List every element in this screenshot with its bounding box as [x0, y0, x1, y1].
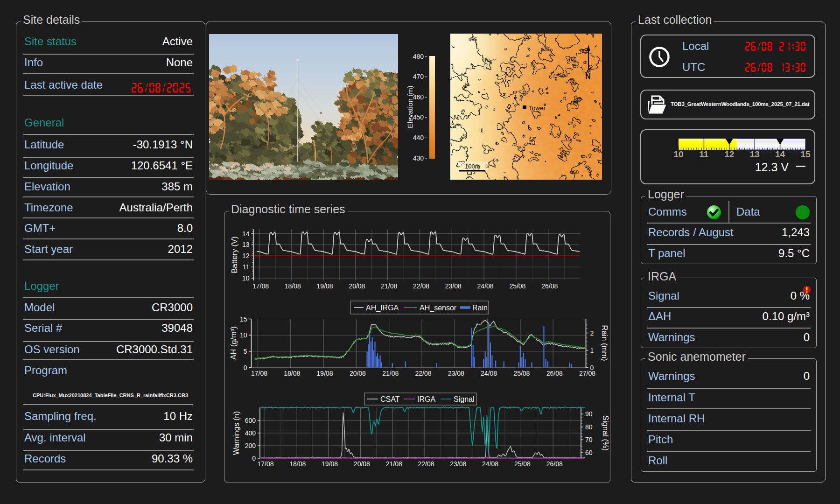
svg-text:24/08: 24/08 [482, 460, 498, 468]
svg-text:Signal: Signal [454, 395, 474, 403]
svg-text:Rain: Rain [472, 304, 488, 312]
svg-text:0: 0 [590, 364, 594, 371]
svg-text:15: 15 [800, 149, 811, 159]
svg-text:N: N [585, 72, 591, 80]
svg-text:21/08: 21/08 [382, 370, 399, 377]
svg-text:450: 450 [413, 113, 424, 121]
svg-text:24/08: 24/08 [481, 370, 497, 377]
svg-text:100m: 100m [465, 163, 480, 170]
svg-text:10: 10 [242, 274, 250, 282]
svg-text:AH_IRGA: AH_IRGA [366, 304, 399, 312]
svg-text:90: 90 [585, 410, 593, 418]
svg-text:600: 600 [245, 417, 256, 424]
svg-text:430: 430 [413, 154, 424, 162]
svg-text:22/08: 22/08 [418, 460, 434, 468]
svg-text:23/08: 23/08 [448, 370, 464, 377]
svg-text:23/08: 23/08 [450, 460, 466, 468]
svg-text:Tower: Tower [529, 105, 546, 112]
svg-text:450: 450 [568, 56, 576, 62]
svg-text:24/08: 24/08 [477, 282, 494, 290]
svg-text:19/08: 19/08 [322, 460, 338, 468]
svg-text:17/08: 17/08 [251, 370, 267, 377]
svg-text:23/08: 23/08 [445, 282, 462, 290]
svg-text:2: 2 [590, 329, 594, 337]
svg-text:17/08: 17/08 [257, 460, 273, 468]
svg-text:15: 15 [240, 315, 247, 323]
svg-text:0: 0 [244, 364, 247, 371]
svg-text:AH (g/m³): AH (g/m³) [229, 326, 238, 360]
svg-text:IRGA: IRGA [417, 395, 435, 403]
svg-text:1: 1 [590, 347, 594, 354]
svg-text:450: 450 [570, 169, 579, 175]
svg-text:80: 80 [585, 423, 593, 431]
svg-text:18/08: 18/08 [284, 370, 300, 377]
svg-text:450: 450 [592, 147, 601, 154]
svg-text:25/08: 25/08 [514, 460, 531, 468]
svg-text:20/08: 20/08 [354, 460, 370, 468]
svg-text:21/08: 21/08 [386, 460, 402, 468]
svg-text:Rain (mm): Rain (mm) [601, 325, 609, 361]
svg-text:11: 11 [243, 263, 250, 271]
svg-text:200: 200 [245, 442, 256, 449]
svg-text:Elevation (m): Elevation (m) [406, 85, 414, 128]
svg-text:AH_sensor: AH_sensor [420, 304, 457, 312]
svg-text:Warnings (n): Warnings (n) [232, 411, 240, 455]
svg-text:5: 5 [244, 348, 247, 355]
svg-text:14: 14 [242, 230, 250, 238]
svg-text:14: 14 [775, 149, 785, 159]
svg-text:70: 70 [585, 436, 593, 443]
svg-text:0: 0 [252, 455, 256, 462]
svg-text:25/08: 25/08 [509, 282, 525, 290]
svg-text:Battery (V): Battery (V) [230, 237, 238, 273]
svg-text:13: 13 [750, 149, 760, 159]
svg-text:Signal (%): Signal (%) [602, 415, 610, 451]
svg-text:400: 400 [245, 429, 256, 437]
svg-text:26/08: 26/08 [541, 282, 558, 290]
svg-text:CSAT: CSAT [380, 395, 400, 403]
svg-text:22/08: 22/08 [415, 370, 431, 377]
svg-text:22/08: 22/08 [413, 282, 429, 290]
svg-text:480: 480 [413, 53, 424, 60]
svg-text:60: 60 [585, 449, 593, 456]
svg-text:11: 11 [699, 149, 709, 159]
svg-text:20/08: 20/08 [349, 282, 365, 290]
svg-text:10: 10 [673, 149, 683, 159]
svg-text:19/08: 19/08 [317, 370, 333, 377]
svg-text:17/08: 17/08 [252, 282, 269, 290]
svg-text:470: 470 [413, 73, 424, 80]
svg-text:25/08: 25/08 [513, 370, 530, 377]
svg-text:13: 13 [242, 241, 250, 248]
svg-text:12: 12 [724, 149, 734, 159]
svg-text:460: 460 [413, 93, 424, 101]
svg-text:21/08: 21/08 [381, 282, 397, 290]
svg-text:19/08: 19/08 [317, 282, 333, 290]
svg-text:12: 12 [242, 252, 250, 259]
svg-text:18/08: 18/08 [285, 282, 301, 290]
svg-text:20/08: 20/08 [350, 370, 366, 377]
svg-text:465: 465 [469, 36, 477, 42]
svg-text:26/08: 26/08 [546, 460, 563, 468]
svg-text:26/08: 26/08 [546, 370, 563, 377]
svg-text:440: 440 [413, 134, 424, 141]
svg-text:10: 10 [240, 331, 247, 339]
svg-text:18/08: 18/08 [289, 460, 306, 468]
